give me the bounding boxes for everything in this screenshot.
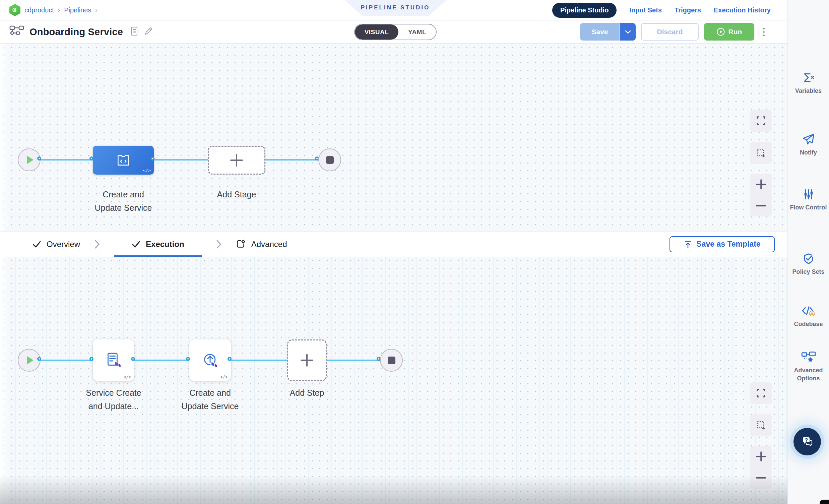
connector-dot[interactable] (150, 156, 154, 160)
connector-dot[interactable] (89, 156, 94, 160)
add-step-label: Add Step (274, 386, 340, 399)
step-node-create-update-service[interactable]: </> (189, 339, 231, 381)
pipeline-graph-icon (9, 25, 24, 39)
pipeline-studio-banner: PIPELINE STUDIO (345, 0, 446, 15)
breadcrumb-pipelines[interactable]: Pipelines (64, 6, 91, 14)
apply-step-icon (201, 351, 219, 369)
flow-line (231, 360, 287, 361)
flow-line (41, 159, 93, 160)
zoom-out-button[interactable] (750, 195, 772, 216)
stage-canvas[interactable]: </> Create and Update Service Add Stage (0, 43, 788, 231)
save-as-template-button[interactable]: Save as Template (670, 236, 775, 252)
execution-start-node[interactable] (18, 349, 41, 372)
multi-select-button[interactable] (750, 414, 772, 436)
marquee-select-icon (756, 420, 766, 430)
policy-shield-check-icon (788, 252, 829, 265)
tab-chevron-icon (216, 240, 221, 249)
connector-dot[interactable] (186, 357, 190, 361)
nav-tab-pipeline-studio[interactable]: Pipeline Studio (552, 3, 617, 18)
start-play-icon (27, 156, 34, 164)
upload-icon (684, 240, 692, 249)
notify-plane-icon (788, 133, 829, 146)
connector-dot[interactable] (89, 357, 94, 361)
flow-line (134, 360, 189, 361)
edit-pencil-icon[interactable] (144, 27, 153, 37)
flow-line (265, 159, 318, 160)
run-play-icon (716, 28, 725, 36)
description-doc-icon[interactable] (130, 27, 138, 37)
toggle-visual[interactable]: VISUAL (355, 25, 398, 40)
stage-node-label: Create and Update Service (90, 188, 157, 214)
right-sidebar: Variables Notify Flow Control (788, 0, 829, 504)
start-play-icon (27, 356, 34, 364)
stage-code-badge: </> (143, 168, 151, 173)
help-chat-icon (800, 435, 814, 448)
stage-node-create-update-service[interactable]: </> (93, 146, 154, 175)
top-nav: Pipeline Studio Input Sets Triggers Exec… (552, 3, 788, 18)
add-step-button[interactable] (287, 339, 327, 381)
help-chat-button[interactable] (793, 428, 821, 456)
multi-select-button[interactable] (750, 142, 772, 164)
run-button[interactable]: Run (704, 23, 754, 41)
tab-overview[interactable]: Overview (33, 231, 80, 257)
canvas-bottom-shadow (0, 475, 788, 504)
toggle-yaml[interactable]: YAML (398, 25, 436, 40)
title-group: Onboarding Service (0, 25, 153, 39)
codebase-icon (788, 304, 829, 318)
harness-logo-icon (9, 4, 21, 16)
step-canvas[interactable]: </> </> Service Create and Update... Cre… (0, 257, 788, 504)
top-header: cdproduct › Pipelines › PIPELINE STUDIO … (0, 0, 788, 21)
fullscreen-icon (756, 116, 766, 126)
tab-chevron-icon (95, 240, 100, 249)
execution-end-node[interactable] (380, 349, 403, 372)
sidebar-item-flow-control[interactable]: Flow Control (788, 188, 829, 211)
tab-execution[interactable]: Execution (114, 231, 202, 257)
toolbar-actions: Save Discard Run (580, 23, 788, 41)
fullscreen-button[interactable] (750, 110, 772, 132)
service-step-icon (105, 351, 123, 369)
sidebar-item-policy-sets[interactable]: Policy Sets (788, 252, 829, 276)
sidebar-item-codebase[interactable]: Codebase (788, 304, 829, 328)
advanced-tab-icon (236, 239, 246, 249)
connector-dot[interactable] (227, 357, 231, 361)
pipeline-toolbar: Onboarding Service VISUAL YAML Save (0, 21, 788, 43)
tab-advanced[interactable]: Advanced (236, 231, 287, 257)
save-menu-caret[interactable] (620, 23, 636, 41)
fullscreen-button[interactable] (750, 382, 772, 404)
discard-button[interactable]: Discard (641, 23, 699, 41)
corner-artifact (820, 500, 829, 504)
connector-dot[interactable] (37, 357, 41, 361)
add-stage-button[interactable] (208, 146, 265, 175)
sidebar-item-variables[interactable]: Variables (788, 71, 829, 95)
step2-label: Create and Update Service (177, 386, 244, 413)
visual-yaml-toggle[interactable]: VISUAL YAML (354, 24, 437, 40)
breadcrumb-project[interactable]: cdproduct (25, 6, 54, 14)
pipeline-start-node[interactable] (18, 148, 41, 171)
flow-line (327, 360, 380, 361)
plus-icon (230, 154, 243, 167)
nav-tab-input-sets[interactable]: Input Sets (629, 6, 662, 14)
more-options-kebab[interactable] (760, 26, 768, 38)
pipeline-studio-app: cdproduct › Pipelines › PIPELINE STUDIO … (0, 0, 829, 504)
step-code-badge: </> (220, 374, 228, 379)
nav-tab-triggers[interactable]: Triggers (675, 6, 701, 14)
sidebar-item-advanced-options[interactable]: Advanced Options (788, 351, 829, 383)
save-split-button: Save (580, 23, 636, 41)
stop-icon (388, 357, 395, 364)
stop-icon (326, 156, 334, 164)
zoom-in-button[interactable] (750, 174, 772, 195)
connector-dot[interactable] (37, 156, 41, 160)
save-button[interactable]: Save (580, 23, 620, 41)
connector-dot[interactable] (131, 357, 135, 361)
zoom-in-button[interactable] (750, 446, 772, 467)
flow-line (41, 360, 93, 361)
fullscreen-icon (756, 388, 766, 398)
advanced-options-icon (788, 351, 829, 364)
marquee-select-icon (756, 148, 766, 158)
step-node-service-create-update[interactable]: </> (93, 339, 134, 381)
sidebar-item-notify[interactable]: Notify (788, 133, 829, 156)
nav-tab-execution-history[interactable]: Execution History (714, 6, 771, 14)
step-code-badge: </> (124, 374, 131, 379)
variables-sigma-icon (788, 71, 829, 84)
pipeline-end-node[interactable] (318, 148, 341, 171)
